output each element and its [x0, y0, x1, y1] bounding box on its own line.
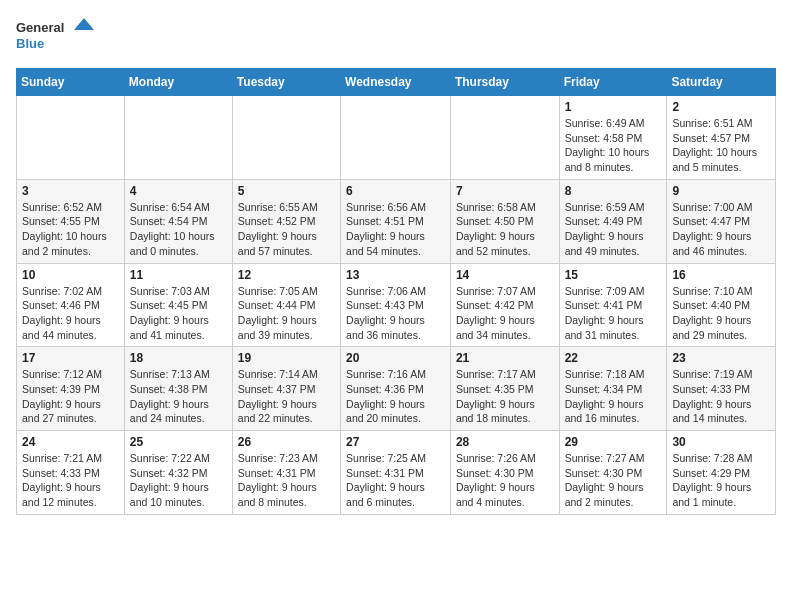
- day-info: Sunrise: 6:49 AM Sunset: 4:58 PM Dayligh…: [565, 116, 662, 175]
- day-number: 3: [22, 184, 119, 198]
- day-number: 29: [565, 435, 662, 449]
- dow-header: Wednesday: [341, 69, 451, 96]
- calendar-cell: [17, 96, 125, 180]
- day-info: Sunrise: 7:23 AM Sunset: 4:31 PM Dayligh…: [238, 451, 335, 510]
- calendar-cell: 4Sunrise: 6:54 AM Sunset: 4:54 PM Daylig…: [124, 179, 232, 263]
- day-number: 20: [346, 351, 445, 365]
- dow-header: Monday: [124, 69, 232, 96]
- calendar-body: 1Sunrise: 6:49 AM Sunset: 4:58 PM Daylig…: [17, 96, 776, 515]
- day-number: 19: [238, 351, 335, 365]
- calendar-cell: 30Sunrise: 7:28 AM Sunset: 4:29 PM Dayli…: [667, 431, 776, 515]
- day-number: 21: [456, 351, 554, 365]
- calendar-cell: 12Sunrise: 7:05 AM Sunset: 4:44 PM Dayli…: [232, 263, 340, 347]
- calendar-cell: [341, 96, 451, 180]
- day-info: Sunrise: 7:10 AM Sunset: 4:40 PM Dayligh…: [672, 284, 770, 343]
- page-header: General Blue: [16, 16, 776, 56]
- calendar-cell: 28Sunrise: 7:26 AM Sunset: 4:30 PM Dayli…: [450, 431, 559, 515]
- calendar-cell: 1Sunrise: 6:49 AM Sunset: 4:58 PM Daylig…: [559, 96, 667, 180]
- svg-text:Blue: Blue: [16, 36, 44, 51]
- calendar-cell: 17Sunrise: 7:12 AM Sunset: 4:39 PM Dayli…: [17, 347, 125, 431]
- day-number: 28: [456, 435, 554, 449]
- calendar-cell: 26Sunrise: 7:23 AM Sunset: 4:31 PM Dayli…: [232, 431, 340, 515]
- day-info: Sunrise: 7:26 AM Sunset: 4:30 PM Dayligh…: [456, 451, 554, 510]
- calendar-cell: 24Sunrise: 7:21 AM Sunset: 4:33 PM Dayli…: [17, 431, 125, 515]
- day-info: Sunrise: 7:19 AM Sunset: 4:33 PM Dayligh…: [672, 367, 770, 426]
- calendar-cell: 23Sunrise: 7:19 AM Sunset: 4:33 PM Dayli…: [667, 347, 776, 431]
- day-number: 1: [565, 100, 662, 114]
- day-number: 12: [238, 268, 335, 282]
- dow-header: Thursday: [450, 69, 559, 96]
- day-info: Sunrise: 7:28 AM Sunset: 4:29 PM Dayligh…: [672, 451, 770, 510]
- day-number: 5: [238, 184, 335, 198]
- logo-icon: General Blue: [16, 16, 96, 56]
- calendar-week-row: 1Sunrise: 6:49 AM Sunset: 4:58 PM Daylig…: [17, 96, 776, 180]
- day-number: 24: [22, 435, 119, 449]
- day-info: Sunrise: 6:58 AM Sunset: 4:50 PM Dayligh…: [456, 200, 554, 259]
- day-number: 23: [672, 351, 770, 365]
- day-info: Sunrise: 7:18 AM Sunset: 4:34 PM Dayligh…: [565, 367, 662, 426]
- day-number: 22: [565, 351, 662, 365]
- calendar-cell: [124, 96, 232, 180]
- day-info: Sunrise: 7:09 AM Sunset: 4:41 PM Dayligh…: [565, 284, 662, 343]
- day-info: Sunrise: 7:02 AM Sunset: 4:46 PM Dayligh…: [22, 284, 119, 343]
- calendar-cell: 22Sunrise: 7:18 AM Sunset: 4:34 PM Dayli…: [559, 347, 667, 431]
- day-info: Sunrise: 7:00 AM Sunset: 4:47 PM Dayligh…: [672, 200, 770, 259]
- dow-header: Friday: [559, 69, 667, 96]
- calendar-cell: 14Sunrise: 7:07 AM Sunset: 4:42 PM Dayli…: [450, 263, 559, 347]
- day-info: Sunrise: 7:14 AM Sunset: 4:37 PM Dayligh…: [238, 367, 335, 426]
- day-number: 27: [346, 435, 445, 449]
- calendar-table: SundayMondayTuesdayWednesdayThursdayFrid…: [16, 68, 776, 515]
- day-info: Sunrise: 7:22 AM Sunset: 4:32 PM Dayligh…: [130, 451, 227, 510]
- calendar-cell: 3Sunrise: 6:52 AM Sunset: 4:55 PM Daylig…: [17, 179, 125, 263]
- day-info: Sunrise: 6:56 AM Sunset: 4:51 PM Dayligh…: [346, 200, 445, 259]
- day-number: 8: [565, 184, 662, 198]
- day-info: Sunrise: 7:13 AM Sunset: 4:38 PM Dayligh…: [130, 367, 227, 426]
- day-info: Sunrise: 6:54 AM Sunset: 4:54 PM Dayligh…: [130, 200, 227, 259]
- day-info: Sunrise: 7:06 AM Sunset: 4:43 PM Dayligh…: [346, 284, 445, 343]
- calendar-cell: 5Sunrise: 6:55 AM Sunset: 4:52 PM Daylig…: [232, 179, 340, 263]
- calendar-cell: 13Sunrise: 7:06 AM Sunset: 4:43 PM Dayli…: [341, 263, 451, 347]
- calendar-cell: 11Sunrise: 7:03 AM Sunset: 4:45 PM Dayli…: [124, 263, 232, 347]
- dow-header: Tuesday: [232, 69, 340, 96]
- day-info: Sunrise: 7:25 AM Sunset: 4:31 PM Dayligh…: [346, 451, 445, 510]
- calendar-cell: 10Sunrise: 7:02 AM Sunset: 4:46 PM Dayli…: [17, 263, 125, 347]
- day-info: Sunrise: 6:55 AM Sunset: 4:52 PM Dayligh…: [238, 200, 335, 259]
- calendar-cell: 29Sunrise: 7:27 AM Sunset: 4:30 PM Dayli…: [559, 431, 667, 515]
- dow-header: Saturday: [667, 69, 776, 96]
- day-number: 9: [672, 184, 770, 198]
- day-info: Sunrise: 7:27 AM Sunset: 4:30 PM Dayligh…: [565, 451, 662, 510]
- svg-text:General: General: [16, 20, 64, 35]
- calendar-cell: [450, 96, 559, 180]
- day-number: 7: [456, 184, 554, 198]
- day-number: 10: [22, 268, 119, 282]
- calendar-cell: 16Sunrise: 7:10 AM Sunset: 4:40 PM Dayli…: [667, 263, 776, 347]
- calendar-week-row: 24Sunrise: 7:21 AM Sunset: 4:33 PM Dayli…: [17, 431, 776, 515]
- calendar-cell: 20Sunrise: 7:16 AM Sunset: 4:36 PM Dayli…: [341, 347, 451, 431]
- day-number: 25: [130, 435, 227, 449]
- calendar-week-row: 17Sunrise: 7:12 AM Sunset: 4:39 PM Dayli…: [17, 347, 776, 431]
- day-info: Sunrise: 7:07 AM Sunset: 4:42 PM Dayligh…: [456, 284, 554, 343]
- calendar-cell: 8Sunrise: 6:59 AM Sunset: 4:49 PM Daylig…: [559, 179, 667, 263]
- dow-header: Sunday: [17, 69, 125, 96]
- days-of-week-row: SundayMondayTuesdayWednesdayThursdayFrid…: [17, 69, 776, 96]
- day-number: 14: [456, 268, 554, 282]
- day-info: Sunrise: 6:52 AM Sunset: 4:55 PM Dayligh…: [22, 200, 119, 259]
- day-number: 15: [565, 268, 662, 282]
- day-number: 2: [672, 100, 770, 114]
- day-info: Sunrise: 7:16 AM Sunset: 4:36 PM Dayligh…: [346, 367, 445, 426]
- day-number: 13: [346, 268, 445, 282]
- calendar-cell: 18Sunrise: 7:13 AM Sunset: 4:38 PM Dayli…: [124, 347, 232, 431]
- day-number: 4: [130, 184, 227, 198]
- day-info: Sunrise: 6:59 AM Sunset: 4:49 PM Dayligh…: [565, 200, 662, 259]
- day-number: 6: [346, 184, 445, 198]
- day-info: Sunrise: 6:51 AM Sunset: 4:57 PM Dayligh…: [672, 116, 770, 175]
- calendar-cell: 15Sunrise: 7:09 AM Sunset: 4:41 PM Dayli…: [559, 263, 667, 347]
- day-number: 17: [22, 351, 119, 365]
- calendar-cell: 2Sunrise: 6:51 AM Sunset: 4:57 PM Daylig…: [667, 96, 776, 180]
- calendar-cell: 19Sunrise: 7:14 AM Sunset: 4:37 PM Dayli…: [232, 347, 340, 431]
- day-number: 30: [672, 435, 770, 449]
- day-number: 11: [130, 268, 227, 282]
- svg-marker-2: [74, 18, 94, 30]
- calendar-week-row: 10Sunrise: 7:02 AM Sunset: 4:46 PM Dayli…: [17, 263, 776, 347]
- calendar-week-row: 3Sunrise: 6:52 AM Sunset: 4:55 PM Daylig…: [17, 179, 776, 263]
